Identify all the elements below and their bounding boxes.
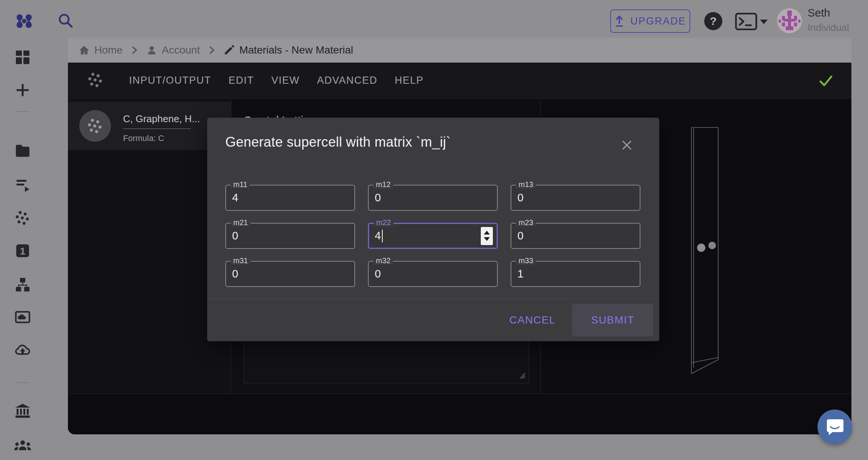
mat3ra-logo-icon[interactable] [15, 12, 33, 30]
m22-input[interactable]: m22 4 [368, 223, 498, 249]
material-formula: Formula: C [123, 133, 164, 143]
sidebar-item-dashboard[interactable] [14, 49, 31, 66]
m11-input[interactable]: m11 4 [225, 185, 355, 211]
sidebar-item-team[interactable] [14, 437, 31, 454]
breadcrumb-account[interactable]: Account [146, 44, 200, 56]
user-avatar[interactable] [777, 8, 802, 33]
material-name-field[interactable]: C, Graphene, H... [123, 113, 191, 129]
atoms-cluster-icon [87, 71, 104, 90]
modal-footer: CANCEL SUBMIT [207, 299, 659, 341]
person-icon [146, 44, 157, 56]
stepper-down-icon[interactable] [484, 237, 490, 241]
material-list-item[interactable]: C, Graphene, H... Formula: C [68, 102, 231, 150]
home-icon [78, 44, 90, 56]
sidebar-item-cloud-upload[interactable] [14, 342, 31, 359]
unit-cell-wireframe [687, 124, 728, 385]
menu-view[interactable]: VIEW [271, 75, 300, 86]
generate-supercell-dialog: Generate supercell with matrix `m_ij` m1… [207, 118, 659, 341]
upgrade-button[interactable]: UPGRADE [610, 9, 690, 33]
sidebar-divider [17, 111, 29, 112]
dialog-title: Generate supercell with matrix `m_ij` [225, 134, 451, 150]
sidebar-item-counter-badge[interactable]: 1 [14, 242, 31, 259]
question-mark-icon: ? [710, 15, 717, 28]
pencil-icon [223, 44, 235, 56]
editor-menubar: INPUT/OUTPUT EDIT VIEW ADVANCED HELP [68, 63, 851, 99]
sidebar-item-workflows[interactable] [14, 276, 31, 293]
search-icon[interactable] [57, 12, 75, 30]
menu-help[interactable]: HELP [395, 75, 424, 86]
sidebar-item-materials[interactable] [14, 210, 31, 226]
submit-button[interactable]: SUBMIT [572, 304, 653, 336]
help-button[interactable]: ? [704, 12, 722, 30]
console-dropdown-button[interactable] [735, 13, 769, 30]
app-root: UPGRADE ? S [0, 0, 868, 460]
m31-input[interactable]: m31 0 [225, 261, 355, 287]
menu-input-output[interactable]: INPUT/OUTPUT [129, 75, 211, 86]
materials-list-panel: C, Graphene, H... Formula: C [68, 99, 231, 394]
stepper-up-icon[interactable] [484, 231, 490, 235]
breadcrumb-home[interactable]: Home [78, 44, 123, 56]
m13-input[interactable]: m13 0 [511, 185, 640, 211]
user-name: Seth [808, 7, 830, 19]
text-cursor [382, 230, 383, 242]
m33-input[interactable]: m33 1 [511, 261, 640, 287]
cancel-button[interactable]: CANCEL [497, 305, 569, 335]
save-check-icon[interactable] [817, 72, 834, 90]
menu-edit[interactable]: EDIT [229, 75, 254, 86]
upgrade-label: UPGRADE [630, 15, 686, 27]
chat-bubble-icon [825, 418, 844, 436]
chevron-right-icon [131, 45, 138, 55]
atom-sphere[interactable] [708, 242, 716, 249]
upload-arrow-icon [614, 15, 624, 27]
atom-sphere[interactable] [697, 244, 705, 252]
chat-launcher-button[interactable] [817, 409, 852, 444]
sidebar-item-jobs[interactable] [14, 177, 31, 193]
sidebar-item-projects[interactable] [14, 143, 31, 159]
number-stepper[interactable] [481, 227, 493, 245]
m32-input[interactable]: m32 0 [368, 261, 498, 287]
material-thumbnail [79, 110, 111, 142]
resize-handle-icon[interactable] [518, 372, 526, 381]
sidebar-item-images[interactable] [14, 309, 31, 325]
close-icon[interactable] [620, 139, 633, 152]
sidebar-divider [17, 382, 29, 383]
matrix-fields-grid: m11 4 m12 0 m13 0 m21 0 m22 4 [225, 185, 640, 287]
m23-input[interactable]: m23 0 [511, 223, 640, 249]
svg-text:1: 1 [20, 245, 25, 257]
m12-input[interactable]: m12 0 [368, 185, 498, 211]
breadcrumb-current-page: Materials - New Material [223, 44, 353, 56]
m21-input[interactable]: m21 0 [225, 223, 355, 249]
sidebar-item-create-new[interactable] [14, 82, 31, 98]
user-plan: Individual [808, 22, 849, 34]
menu-advanced[interactable]: ADVANCED [317, 75, 377, 86]
breadcrumb: Home Account Materials - New Material [68, 38, 851, 63]
sidebar-item-organization[interactable] [14, 403, 31, 419]
editor-footer [68, 394, 851, 434]
chevron-right-icon [208, 45, 215, 55]
